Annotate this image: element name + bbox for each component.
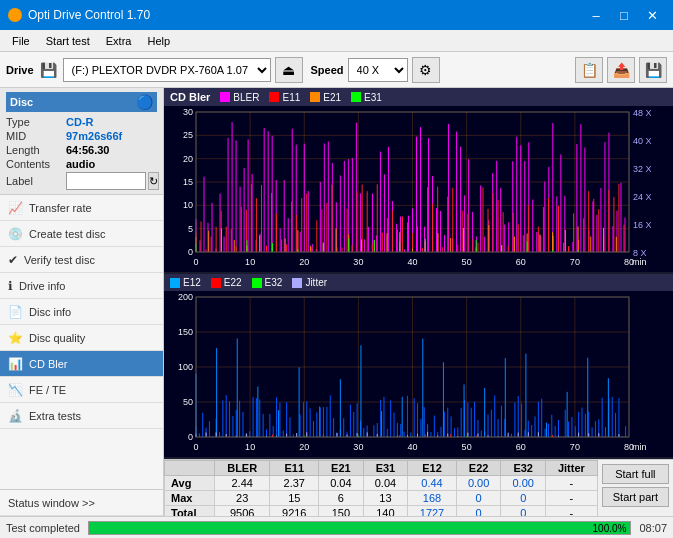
save-button[interactable]: 💾 — [639, 57, 667, 83]
toolbar: Drive 💾 (F:) PLEXTOR DVDR PX-760A 1.07 ⏏… — [0, 52, 673, 88]
bler-dot — [220, 92, 230, 102]
start-full-button[interactable]: Start full — [602, 464, 669, 484]
stats-cell-6: 0 — [501, 506, 546, 517]
cd-bler-icon: 📊 — [8, 357, 23, 371]
title-bar-controls: – □ ✕ — [583, 5, 665, 25]
stats-col-3: E21 — [319, 461, 364, 476]
stats-row-max: Max231561316800- — [165, 491, 598, 506]
stats-col-1: BLER — [214, 461, 270, 476]
stats-cell-7: - — [545, 491, 597, 506]
transfer-rate-label: Transfer rate — [29, 202, 92, 214]
top-chart-header: CD Bler BLER E11 E21 E31 — [164, 88, 673, 106]
disc-mid-row: MID 97m26s66f — [6, 130, 157, 142]
drive-info-icon: ℹ — [8, 279, 13, 293]
stats-table-wrapper: BLERE11E21E31E12E22E32Jitter Avg2.442.37… — [164, 460, 673, 516]
legend-e22: E22 — [211, 277, 242, 288]
speed-select[interactable]: 40 X — [348, 58, 408, 82]
copy-button[interactable]: 📋 — [575, 57, 603, 83]
sidebar-item-transfer-rate[interactable]: 📈Transfer rate — [0, 195, 163, 221]
stats-cell-3: 140 — [363, 506, 408, 517]
stats-cell-3: 0.04 — [363, 476, 408, 491]
sidebar-item-disc-info[interactable]: 📄Disc info — [0, 299, 163, 325]
menu-file[interactable]: File — [4, 33, 38, 49]
fe-te-label: FE / TE — [29, 384, 66, 396]
disc-quality-label: Disc quality — [29, 332, 85, 344]
title-bar-left: Opti Drive Control 1.70 — [8, 8, 150, 22]
speed-label: Speed — [311, 64, 344, 76]
bottom-chart-header: E12 E22 E32 Jitter — [164, 274, 673, 291]
settings-button[interactable]: ⚙ — [412, 57, 440, 83]
menu-extra[interactable]: Extra — [98, 33, 140, 49]
status-window-button[interactable]: Status window >> — [0, 490, 163, 516]
e22-dot — [211, 278, 221, 288]
stats-cell-0: 23 — [214, 491, 270, 506]
stats-row-total: Total95069216150140172700- — [165, 506, 598, 517]
sidebar-item-drive-info[interactable]: ℹDrive info — [0, 273, 163, 299]
title-bar: Opti Drive Control 1.70 – □ ✕ — [0, 0, 673, 30]
sidebar-item-create-test-disc[interactable]: 💿Create test disc — [0, 221, 163, 247]
legend-e31: E31 — [351, 92, 382, 103]
drive-select[interactable]: (F:) PLEXTOR DVDR PX-760A 1.07 — [63, 58, 271, 82]
stats-col-5: E12 — [408, 461, 457, 476]
e12-dot — [170, 278, 180, 288]
start-part-button[interactable]: Start part — [602, 487, 669, 507]
sidebar-item-cd-bler[interactable]: 📊CD Bler — [0, 351, 163, 377]
top-chart-canvas — [164, 106, 673, 272]
stats-col-7: E32 — [501, 461, 546, 476]
e11-dot — [269, 92, 279, 102]
label-refresh-button[interactable]: ↻ — [148, 172, 159, 190]
stats-cell-4: 0.44 — [408, 476, 457, 491]
stats-cell-3: 13 — [363, 491, 408, 506]
main-layout: Disc 🔵 Type CD-R MID 97m26s66f Length 64… — [0, 88, 673, 516]
title-bar-text: Opti Drive Control 1.70 — [28, 8, 150, 22]
maximize-button[interactable]: □ — [611, 5, 637, 25]
stats-row-label: Total — [165, 506, 215, 517]
legend-bler: BLER — [220, 92, 259, 103]
verify-test-disc-icon: ✔ — [8, 253, 18, 267]
export-button[interactable]: 📤 — [607, 57, 635, 83]
disc-contents-row: Contents audio — [6, 158, 157, 170]
status-bar: Test completed 100.0% 08:07 — [0, 516, 673, 538]
disc-panel-icon[interactable]: 🔵 — [136, 94, 153, 110]
time-label: 08:07 — [639, 522, 667, 534]
e32-dot — [252, 278, 262, 288]
close-button[interactable]: ✕ — [639, 5, 665, 25]
stats-cell-2: 0.04 — [319, 476, 364, 491]
menu-help[interactable]: Help — [139, 33, 178, 49]
disc-length-row: Length 64:56.30 — [6, 144, 157, 156]
minimize-button[interactable]: – — [583, 5, 609, 25]
menu-start-test[interactable]: Start test — [38, 33, 98, 49]
create-test-disc-icon: 💿 — [8, 227, 23, 241]
eject-button[interactable]: ⏏ — [275, 57, 303, 83]
label-input[interactable] — [66, 172, 146, 190]
sidebar-item-verify-test-disc[interactable]: ✔Verify test disc — [0, 247, 163, 273]
status-text: Test completed — [6, 522, 80, 534]
stats-table: BLERE11E21E31E12E22E32Jitter Avg2.442.37… — [164, 460, 598, 516]
sidebar-item-extra-tests[interactable]: 🔬Extra tests — [0, 403, 163, 429]
verify-test-disc-label: Verify test disc — [24, 254, 95, 266]
disc-info-icon: 📄 — [8, 305, 23, 319]
stats-cell-5: 0.00 — [456, 476, 501, 491]
sidebar-item-disc-quality[interactable]: ⭐Disc quality — [0, 325, 163, 351]
menu-bar: File Start test Extra Help — [0, 30, 673, 52]
stats-cell-0: 2.44 — [214, 476, 270, 491]
jitter-dot — [292, 278, 302, 288]
app-icon — [8, 8, 22, 22]
stats-cell-2: 150 — [319, 506, 364, 517]
stats-row-avg: Avg2.442.370.040.040.440.000.00- — [165, 476, 598, 491]
extra-tests-icon: 🔬 — [8, 409, 23, 423]
drive-label: Drive — [6, 64, 34, 76]
legend-e32: E32 — [252, 277, 283, 288]
legend-jitter: Jitter — [292, 277, 327, 288]
stats-col-6: E22 — [456, 461, 501, 476]
disc-quality-icon: ⭐ — [8, 331, 23, 345]
e31-dot — [351, 92, 361, 102]
stats-row-label: Max — [165, 491, 215, 506]
sidebar-item-fe-te[interactable]: 📉FE / TE — [0, 377, 163, 403]
top-chart-wrapper — [164, 106, 673, 274]
stats-cell-6: 0.00 — [501, 476, 546, 491]
stats-cell-2: 6 — [319, 491, 364, 506]
stats-cell-5: 0 — [456, 491, 501, 506]
stats-header-row: BLERE11E21E31E12E22E32Jitter — [165, 461, 598, 476]
status-window-label: Status window >> — [8, 497, 95, 509]
